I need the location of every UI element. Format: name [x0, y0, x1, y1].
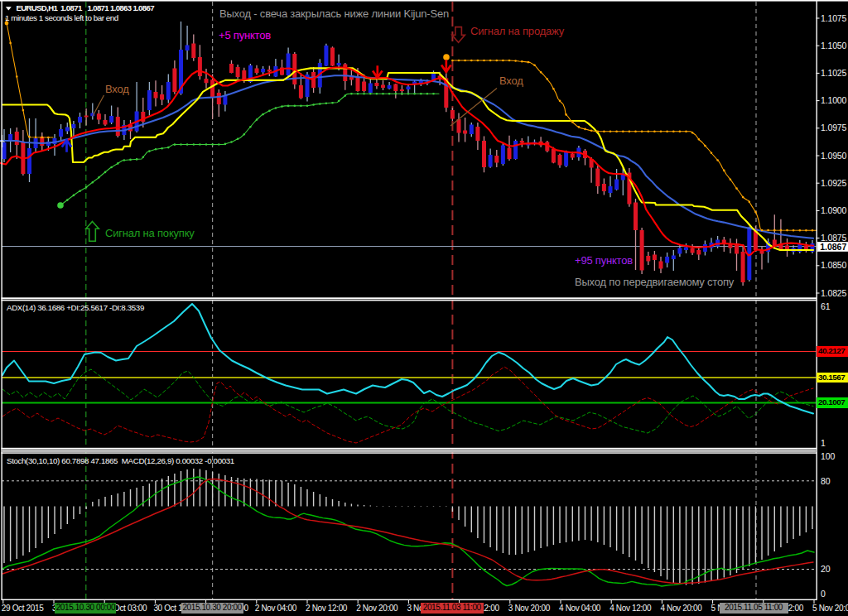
candle-wicks-up — [4, 22, 812, 282]
separator-main-adx — [1, 297, 817, 299]
price-label: 1.0975 — [821, 123, 846, 132]
adx-scale-min: 1 — [821, 438, 826, 448]
buy-signal-hollow-arrow-icon — [86, 222, 99, 242]
orange-trail-right-flip-dot — [443, 54, 450, 60]
bar-countdown: 1 minutes 1 seconds left to bar end — [5, 13, 118, 22]
adx-bottom-border — [1, 448, 817, 449]
time-marker-box: 2015.11.03 11:00 — [421, 603, 484, 614]
adx-scale-max: 61 — [821, 301, 830, 311]
annotation-plus5-points: +5 пунктов — [219, 29, 271, 41]
price-label: 1.0825 — [821, 288, 846, 298]
time-label: 2 Nov 12:00 — [306, 604, 347, 613]
time-label: 5 Nov 20:00 — [812, 604, 848, 613]
time-label: 2 Nov 20:00 — [356, 604, 398, 613]
time-label: 2 Nov 04:00 — [255, 604, 296, 613]
adx-level-value-box: 40.2127 — [817, 346, 848, 357]
time-label: 4 Nov 12:00 — [610, 604, 651, 613]
adx-level-value-box: 20.1007 — [817, 397, 848, 408]
adx-indicator-label: ADX(14) 36.1686 +DI:25.5617 -DI:8.3539 — [7, 303, 144, 312]
price-label: 1.0900 — [821, 205, 846, 215]
kijun-sen-line — [2, 68, 813, 250]
plus-di-line — [2, 369, 813, 433]
time-marker-box: 2015.10.30 00:00 — [55, 603, 116, 614]
green-trail-flip-dot — [57, 202, 64, 209]
price-label: 1.1050 — [821, 41, 846, 51]
annotation-entry-left: Вход — [105, 83, 129, 95]
panel-splitter-bar[interactable] — [1, 449, 816, 452]
annotation-sell-signal: Сигнал на продажу — [470, 25, 564, 37]
time-marker-box: 2015.11.05 11:00 — [720, 603, 788, 614]
stoch-scale-label: 20 — [821, 564, 830, 574]
price-label: 1.0850 — [821, 260, 846, 270]
quote-header-hlc: 1.0871 1.0863 1.0867 — [88, 3, 154, 12]
time-marker-box: 2015.10.30 20:00 — [181, 603, 243, 614]
time-label: 4 Nov 04:00 — [559, 604, 600, 613]
annotation-exit-stop: Выход по передвигаемому стопу — [575, 276, 734, 288]
annotation-entry-right: Вход — [499, 75, 523, 87]
time-label: 29 Oct 2015 — [2, 604, 44, 613]
price-label: 1.0925 — [821, 178, 846, 188]
price-label: 1.0950 — [821, 151, 846, 161]
annotation-plus95-points: +95 пунктов — [575, 254, 633, 267]
adx-line — [2, 304, 813, 414]
stoch-scale-label: 100 — [821, 451, 835, 461]
time-label: 3 Nov 20:00 — [508, 604, 550, 613]
stoch-macd-indicator-label: Stoch(30,10,10) 60.7898 47.1865 MACD(12,… — [7, 456, 234, 465]
price-label: 1.1000 — [821, 95, 846, 105]
annotation-exit-kijun: Выход - свеча закрылась ниже линии Kijun… — [219, 7, 449, 20]
ma-blue-line — [0, 75, 813, 238]
quote-header: EURUSD,H1 1.0871 — [17, 3, 82, 12]
symbol-dropdown-icon[interactable] — [6, 7, 12, 10]
sell-signal-hollow-arrow-icon — [452, 27, 465, 43]
window-top-border — [0, 0, 848, 2]
annotation-buy-signal: Сигнал на покупку — [105, 227, 195, 239]
time-label: 4 Nov 20:00 — [660, 604, 701, 613]
price-label: 1.1075 — [821, 13, 846, 23]
adx-level-value-box: 30.1567 — [817, 373, 848, 383]
mt4-chart-window: EURUSD,H1 1.0871 1.0871 1.0863 1.0867 1 … — [0, 0, 848, 616]
price-label: 1.1025 — [821, 68, 846, 78]
stoch-top-border — [1, 452, 817, 453]
stoch-scale-label: 0 — [821, 589, 826, 599]
stoch-scale-label: 80 — [821, 476, 830, 486]
sell-arrow-icon — [442, 61, 450, 73]
adx-top-border — [1, 300, 817, 301]
current-price-box: 1.0867 — [817, 242, 848, 252]
sell-arrow-icon — [373, 67, 382, 79]
